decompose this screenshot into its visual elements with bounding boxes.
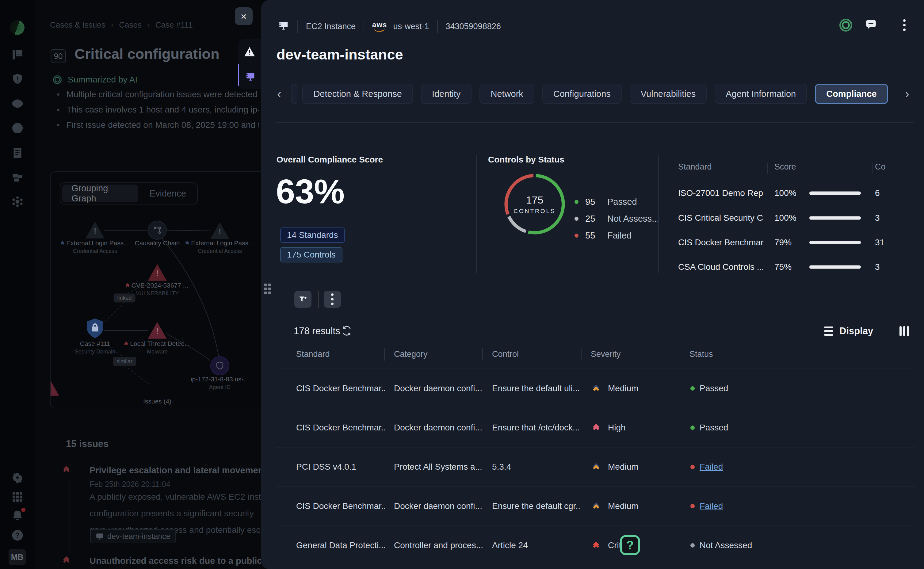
standard-row[interactable]: CSA Cloud Controls ... 75% 3 bbox=[678, 267, 911, 268]
columns-icon[interactable] bbox=[900, 326, 909, 336]
issue-description: configuration presents a significant sec… bbox=[90, 509, 261, 519]
table-row[interactable]: CIS Docker Benchmar... Docker daemon con… bbox=[276, 486, 915, 525]
warning-icon bbox=[244, 47, 255, 56]
score-bar bbox=[809, 216, 861, 220]
refresh-icon[interactable] bbox=[342, 326, 352, 337]
tab-bar: ‹ Detection & Response Identity Network … bbox=[275, 84, 911, 104]
graph-node-sublabel: Credential Access bbox=[50, 248, 141, 254]
controls-badge[interactable]: 175 Controls bbox=[280, 247, 342, 262]
shield-alert-icon[interactable] bbox=[11, 72, 24, 86]
edge-label-similar: similar bbox=[113, 357, 136, 366]
col-category[interactable]: Category bbox=[394, 350, 428, 359]
ai-bullet: Multiple critical configuration issues w… bbox=[57, 90, 259, 99]
table-row[interactable]: CIS Docker Benchmar... Docker daemon con… bbox=[276, 368, 915, 408]
eye-icon[interactable] bbox=[11, 97, 24, 111]
standard-row[interactable]: CIS Critical Security C... 100% 3 bbox=[678, 218, 911, 219]
help-icon[interactable]: ? bbox=[11, 528, 24, 542]
breadcrumb-cases[interactable]: Cases bbox=[119, 20, 141, 30]
issues-heading: 15 issues bbox=[66, 438, 109, 449]
tab-network[interactable]: Network bbox=[479, 84, 534, 104]
comments-icon[interactable] bbox=[865, 19, 877, 32]
apps-icon[interactable] bbox=[11, 490, 24, 504]
issue-title[interactable]: Unauthorized access risk due to a public… bbox=[90, 556, 261, 566]
graph-node-case[interactable] bbox=[85, 319, 105, 342]
graph-node-threat[interactable] bbox=[147, 322, 167, 339]
breadcrumb[interactable]: Cases & Issues› Cases› Case #111 bbox=[50, 20, 193, 30]
status-text: Passed bbox=[700, 423, 728, 432]
dashboard-icon[interactable] bbox=[11, 47, 24, 62]
orca-logo-icon[interactable] bbox=[8, 18, 27, 37]
controls-by-status-label: Controls by Status bbox=[488, 155, 564, 164]
issue-title[interactable]: Privilege escalation and lateral movemen… bbox=[90, 466, 261, 476]
account-id: 343059098826 bbox=[446, 22, 501, 31]
org-icon[interactable] bbox=[11, 170, 24, 184]
col-standard[interactable]: Standard bbox=[296, 350, 330, 359]
table-row[interactable]: CIS Docker Benchmar... Docker daemon con… bbox=[276, 408, 915, 447]
region: us-west-1 bbox=[393, 22, 429, 31]
more-menu-icon[interactable] bbox=[903, 19, 906, 31]
settings-icon[interactable] bbox=[11, 470, 24, 485]
asset-detail-panel: EC2 Instance aws us-west-1 343059098826 … bbox=[261, 0, 924, 569]
tab-identity[interactable]: Identity bbox=[421, 84, 472, 104]
graph-node-vulnerability[interactable] bbox=[147, 264, 167, 281]
tab-partial[interactable] bbox=[291, 84, 297, 104]
tab-configurations[interactable]: Configurations bbox=[542, 84, 622, 104]
tab-agent-information[interactable]: Agent Information bbox=[714, 84, 807, 104]
tab-detection-response[interactable]: Detection & Response bbox=[302, 84, 413, 104]
donut-total: 175 bbox=[526, 194, 544, 206]
standard-row[interactable]: ISO-27001 Demo Rep... 100% 6 bbox=[678, 193, 911, 194]
col-control[interactable]: Control bbox=[492, 350, 519, 359]
standard-row[interactable]: CIS Docker Benchmar... 79% 31 bbox=[678, 242, 911, 243]
panel-resize-handle[interactable] bbox=[264, 284, 271, 294]
severity-critical-icon bbox=[64, 467, 69, 473]
col-severity[interactable]: Severity bbox=[591, 350, 621, 359]
standards-badge[interactable]: 14 Standards bbox=[280, 227, 345, 243]
issue-description: A publicly exposed, vulnerable AWS EC2 i… bbox=[90, 492, 261, 502]
user-avatar[interactable]: MB bbox=[9, 549, 26, 565]
severity-icon bbox=[591, 464, 601, 470]
tabs-scroll-right-icon[interactable]: › bbox=[903, 87, 911, 101]
ai-bullet: This case involves 1 host and 4 users, i… bbox=[57, 105, 259, 115]
ai-assistant-icon[interactable] bbox=[839, 19, 852, 32]
severity-icon bbox=[125, 342, 128, 346]
inventory-icon[interactable] bbox=[11, 146, 24, 160]
status-link: Failed bbox=[700, 462, 723, 472]
monitor-icon bbox=[245, 72, 255, 82]
notifications-icon[interactable] bbox=[11, 509, 24, 523]
close-panel-button[interactable]: × bbox=[235, 8, 252, 25]
graph-node-alert[interactable] bbox=[210, 222, 229, 240]
column-header[interactable]: Co bbox=[875, 162, 886, 172]
graph-node-alert[interactable] bbox=[85, 221, 105, 239]
divider bbox=[276, 122, 913, 123]
severity-icon bbox=[591, 542, 601, 549]
asset-tag[interactable]: dev-team-instance bbox=[90, 529, 176, 543]
compliance-score-value: 63% bbox=[276, 172, 345, 211]
help-hint-button[interactable]: ? bbox=[620, 535, 640, 555]
table-row[interactable]: General Data Protecti... Controller and … bbox=[276, 525, 915, 565]
column-header[interactable]: Score bbox=[774, 162, 796, 172]
graph-node-causality-chain[interactable] bbox=[148, 221, 167, 240]
compliance-results-table: CIS Docker Benchmar... Docker daemon con… bbox=[276, 368, 915, 565]
legend-item: 55 Failed bbox=[574, 231, 632, 241]
filter-button[interactable] bbox=[294, 291, 312, 308]
breadcrumb-case-111[interactable]: Case #111 bbox=[155, 20, 193, 30]
integrations-icon[interactable] bbox=[11, 195, 24, 209]
tab-compliance[interactable]: Compliance bbox=[815, 84, 888, 104]
graph-node-agent[interactable] bbox=[210, 356, 229, 375]
graph-node-label: Issues (4) bbox=[111, 398, 203, 405]
status-text: Not Assessed bbox=[700, 540, 752, 550]
graph-node-label: Local Threat Detec... bbox=[130, 340, 190, 347]
breadcrumb-cases-issues[interactable]: Cases & Issues bbox=[50, 20, 105, 30]
display-label[interactable]: Display bbox=[839, 326, 873, 336]
tabs-scroll-left-icon[interactable]: ‹ bbox=[275, 87, 283, 101]
table-row[interactable]: PCI DSS v4.0.1 Protect All Systems a... … bbox=[276, 447, 915, 486]
table-more-button[interactable] bbox=[324, 291, 341, 308]
display-icon[interactable] bbox=[824, 327, 833, 336]
alerts-toggle-button[interactable] bbox=[238, 39, 261, 64]
col-status[interactable]: Status bbox=[690, 350, 713, 359]
radar-icon[interactable] bbox=[11, 121, 24, 135]
tab-vulnerabilities[interactable]: Vulnerabilities bbox=[630, 84, 707, 104]
divider bbox=[318, 291, 319, 308]
host-panel-toggle-button[interactable] bbox=[238, 64, 261, 89]
column-header[interactable]: Standard bbox=[678, 162, 712, 172]
